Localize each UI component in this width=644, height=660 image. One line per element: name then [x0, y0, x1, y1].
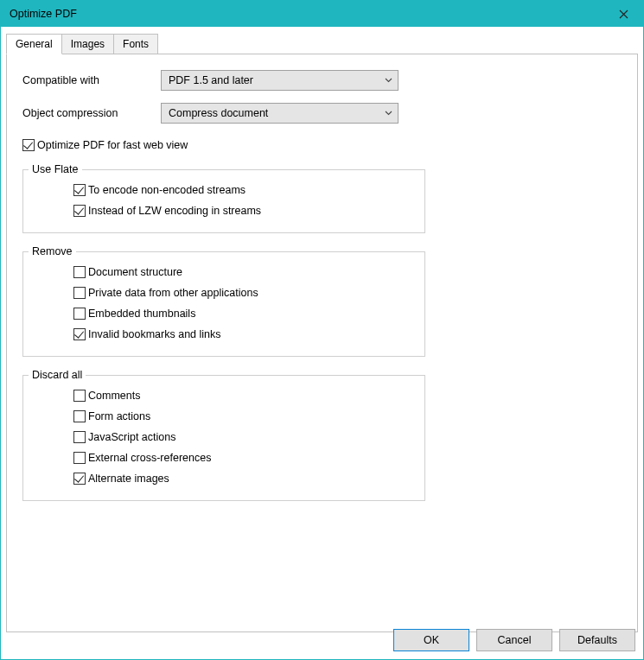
tab-general[interactable]: General: [6, 34, 62, 54]
object-compression-label: Object compression: [22, 107, 161, 119]
discard-all-group: Discard all Comments Form actions JavaSc…: [22, 369, 425, 501]
defaults-button[interactable]: Defaults: [559, 629, 635, 651]
close-button[interactable]: [604, 1, 643, 27]
document-structure-checkbox[interactable]: [73, 266, 86, 278]
private-data-label: Private data from other applications: [88, 287, 258, 299]
chevron-down-icon: [385, 111, 392, 116]
instead-lzw-label: Instead of LZW encoding in streams: [88, 205, 261, 217]
tabstrip: General Images Fonts: [6, 34, 638, 54]
tab-images[interactable]: Images: [61, 34, 114, 54]
use-flate-legend: Use Flate: [29, 163, 82, 175]
compatible-with-label: Compatible with: [22, 74, 161, 86]
tab-fonts-label: Fonts: [123, 38, 149, 50]
comments-label: Comments: [88, 390, 140, 402]
encode-nonencoded-checkbox[interactable]: [73, 184, 86, 196]
form-actions-checkbox[interactable]: [73, 410, 86, 422]
compatible-with-select[interactable]: PDF 1.5 and later: [161, 70, 399, 91]
invalid-bookmarks-label: Invalid bookmarks and links: [88, 328, 221, 340]
window-title: Optimize PDF: [10, 8, 77, 20]
embedded-thumbnails-checkbox[interactable]: [73, 308, 86, 320]
ok-button[interactable]: OK: [393, 629, 469, 651]
optimize-fast-web-checkbox[interactable]: [22, 139, 35, 151]
external-xrefs-label: External cross-references: [88, 452, 211, 464]
private-data-checkbox[interactable]: [73, 287, 86, 299]
object-compression-value: Compress document: [169, 107, 268, 119]
invalid-bookmarks-checkbox[interactable]: [73, 328, 86, 340]
dialog-footer: OK Cancel Defaults: [393, 629, 635, 651]
javascript-actions-label: JavaScript actions: [88, 431, 175, 443]
use-flate-group: Use Flate To encode non-encoded streams …: [22, 163, 425, 233]
document-structure-label: Document structure: [88, 266, 182, 278]
javascript-actions-checkbox[interactable]: [73, 431, 86, 443]
tab-general-label: General: [16, 38, 53, 50]
embedded-thumbnails-label: Embedded thumbnails: [88, 308, 195, 320]
optimize-fast-web-label: Optimize PDF for fast web view: [37, 139, 188, 151]
discard-all-legend: Discard all: [29, 369, 86, 381]
compatible-with-value: PDF 1.5 and later: [169, 74, 253, 86]
comments-checkbox[interactable]: [73, 390, 86, 402]
cancel-button-label: Cancel: [498, 634, 532, 646]
chevron-down-icon: [385, 78, 392, 83]
instead-lzw-checkbox[interactable]: [73, 205, 86, 217]
tab-fonts[interactable]: Fonts: [113, 34, 158, 54]
form-actions-label: Form actions: [88, 410, 150, 422]
remove-group: Remove Document structure Private data f…: [22, 245, 425, 357]
object-compression-select[interactable]: Compress document: [161, 103, 399, 124]
alternate-images-label: Alternate images: [88, 473, 169, 485]
tab-panel-general: Compatible with PDF 1.5 and later Object…: [6, 54, 638, 632]
alternate-images-checkbox[interactable]: [73, 473, 86, 485]
ok-button-label: OK: [424, 634, 439, 646]
tab-images-label: Images: [71, 38, 105, 50]
close-icon: [619, 10, 628, 19]
defaults-button-label: Defaults: [577, 634, 617, 646]
cancel-button[interactable]: Cancel: [476, 629, 552, 651]
encode-nonencoded-label: To encode non-encoded streams: [88, 184, 245, 196]
titlebar: Optimize PDF: [1, 1, 643, 27]
remove-legend: Remove: [29, 245, 76, 257]
external-xrefs-checkbox[interactable]: [73, 452, 86, 464]
